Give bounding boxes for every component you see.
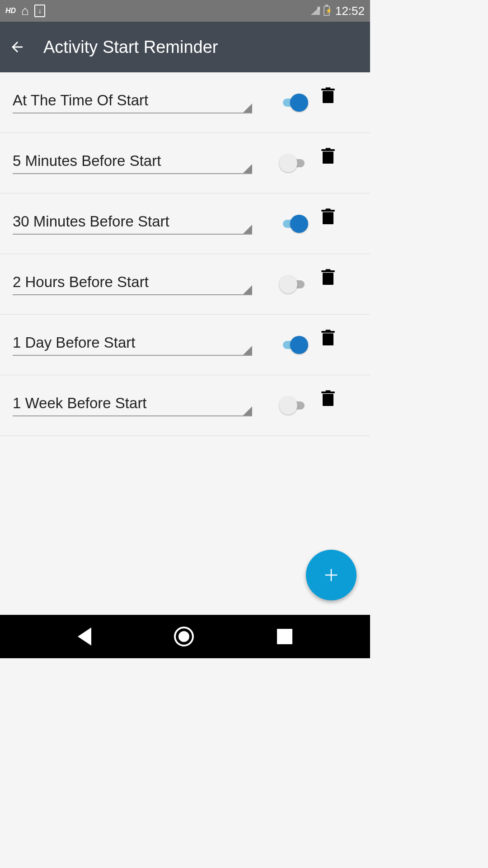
trash-icon — [321, 208, 335, 226]
svg-rect-0 — [323, 91, 333, 103]
reminder-time-spinner[interactable]: 1 Week Before Start — [13, 395, 252, 416]
svg-rect-2 — [326, 87, 331, 89]
trash-icon — [321, 330, 335, 347]
svg-rect-8 — [326, 208, 331, 210]
svg-rect-4 — [321, 149, 334, 151]
svg-rect-7 — [321, 210, 334, 212]
dropdown-triangle-icon — [243, 164, 252, 173]
page-title: Activity Start Reminder — [43, 38, 218, 57]
reminder-toggle[interactable] — [279, 215, 308, 233]
hd-indicator: HD — [5, 7, 16, 15]
reminder-toggle[interactable] — [279, 396, 308, 415]
plus-icon — [322, 566, 340, 584]
dropdown-triangle-icon — [243, 406, 252, 415]
add-reminder-fab[interactable] — [306, 550, 357, 600]
nav-home-icon — [174, 627, 194, 646]
reminder-time-label: 1 Week Before Start — [13, 395, 252, 412]
delete-reminder-button[interactable] — [321, 87, 335, 106]
dropdown-triangle-icon — [243, 285, 252, 294]
delete-reminder-button[interactable] — [321, 148, 335, 167]
reminder-row: 1 Day Before Start — [0, 315, 370, 375]
reminder-row: 1 Week Before Start — [0, 375, 370, 436]
reminder-list: At The Time Of Start 5 Minutes Before St… — [0, 72, 370, 436]
download-icon: ↓ — [34, 5, 45, 17]
nav-recent-button[interactable] — [277, 629, 292, 644]
delete-reminder-button[interactable] — [321, 390, 335, 409]
signal-icon: ✕ — [311, 7, 320, 15]
svg-rect-14 — [326, 330, 331, 331]
status-right: ✕ ⚡ 12:52 — [311, 4, 365, 18]
svg-rect-3 — [323, 151, 333, 164]
reminder-time-label: 30 Minutes Before Start — [13, 213, 252, 230]
reminder-time-spinner[interactable]: 5 Minutes Before Start — [13, 152, 252, 174]
status-left: HD ⌂ ↓ — [5, 4, 45, 18]
delete-reminder-button[interactable] — [321, 330, 335, 349]
trash-icon — [321, 390, 335, 407]
navigation-bar — [0, 615, 370, 658]
svg-rect-5 — [326, 148, 331, 149]
reminder-toggle[interactable] — [279, 94, 308, 112]
trash-icon — [321, 269, 335, 286]
reminder-time-spinner[interactable]: 1 Day Before Start — [13, 334, 252, 356]
reminder-time-label: 1 Day Before Start — [13, 334, 252, 351]
dropdown-triangle-icon — [243, 104, 252, 113]
back-arrow-icon — [9, 39, 25, 55]
svg-rect-9 — [323, 273, 333, 285]
dropdown-triangle-icon — [243, 346, 252, 355]
reminder-row: 5 Minutes Before Start — [0, 133, 370, 193]
nav-back-button[interactable] — [78, 627, 91, 646]
trash-icon — [321, 87, 335, 104]
reminder-time-label: At The Time Of Start — [13, 92, 252, 109]
home-network-icon: ⌂ — [21, 4, 29, 18]
reminder-time-spinner[interactable]: 2 Hours Before Start — [13, 274, 252, 295]
svg-rect-17 — [326, 390, 331, 392]
svg-rect-10 — [321, 270, 334, 272]
reminder-time-spinner[interactable]: 30 Minutes Before Start — [13, 213, 252, 235]
status-clock: 12:52 — [335, 4, 365, 18]
svg-rect-16 — [321, 392, 334, 393]
reminder-row: 2 Hours Before Start — [0, 254, 370, 315]
svg-rect-1 — [321, 89, 334, 90]
delete-reminder-button[interactable] — [321, 269, 335, 288]
reminder-toggle[interactable] — [279, 336, 308, 354]
reminder-row: 30 Minutes Before Start — [0, 193, 370, 254]
dropdown-triangle-icon — [243, 225, 252, 234]
battery-icon: ⚡ — [324, 6, 330, 16]
reminder-toggle[interactable] — [279, 154, 308, 172]
svg-rect-6 — [323, 212, 333, 224]
trash-icon — [321, 148, 335, 165]
svg-rect-12 — [323, 333, 333, 345]
delete-reminder-button[interactable] — [321, 208, 335, 227]
reminder-toggle[interactable] — [279, 275, 308, 293]
status-bar: HD ⌂ ↓ ✕ ⚡ 12:52 — [0, 0, 370, 22]
svg-rect-15 — [323, 394, 333, 406]
reminder-time-label: 5 Minutes Before Start — [13, 152, 252, 170]
reminder-row: At The Time Of Start — [0, 72, 370, 133]
reminder-time-label: 2 Hours Before Start — [13, 274, 252, 291]
svg-rect-11 — [326, 269, 331, 270]
nav-back-icon — [78, 627, 91, 646]
nav-home-button[interactable] — [174, 627, 194, 646]
reminder-time-spinner[interactable]: At The Time Of Start — [13, 92, 252, 113]
svg-rect-13 — [321, 331, 334, 333]
nav-recent-icon — [277, 629, 292, 644]
back-button[interactable] — [9, 39, 25, 55]
app-bar: Activity Start Reminder — [0, 22, 370, 72]
